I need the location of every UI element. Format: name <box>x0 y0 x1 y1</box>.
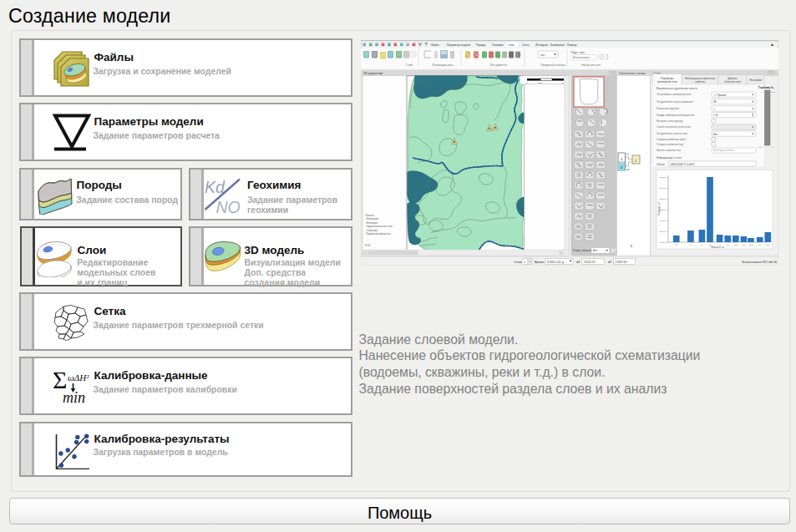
svg-text:Использовано 852 mb 30: Использовано 852 mb 30 <box>742 261 777 264</box>
svg-text:?: ? <box>425 42 428 47</box>
svg-text:Помощь: Помощь <box>567 43 577 47</box>
svg-text:- Фильтрация: - Фильтрация <box>365 217 379 220</box>
svg-text:dY: dY <box>608 261 612 264</box>
svg-text:3D модель: 3D модель <box>535 43 549 47</box>
svg-text:1308C0184.71 D=B^3: 1308C0184.71 D=B^3 <box>670 163 695 166</box>
svg-text:Слои: Слои <box>515 261 522 264</box>
svg-text:Предмет(ы) выбора: Предмет(ы) выбора <box>540 63 565 67</box>
svg-text:Геохимия: Геохимия <box>492 43 504 47</box>
svg-text:Объем: Объем <box>657 163 665 166</box>
svg-text:0.0E+00: 0.0E+00 <box>659 241 667 244</box>
svg-text:1.2E+08: 1.2E+08 <box>659 176 667 179</box>
svg-text:Коэфф. геометрической прогресс: Коэфф. геометрической прогрессии <box>657 114 695 117</box>
svg-text:Количество подслоев: Количество подслоев <box>657 107 680 110</box>
svg-text:Enter layer text here: Enter layer text here <box>713 149 735 152</box>
svg-text:Θ Φ: Θ Φ <box>365 244 371 247</box>
svg-text:1.1: 1.1 <box>772 146 775 149</box>
svg-text:?: ? <box>529 261 530 264</box>
svg-text:Отобр. объекты: Отобр. объекты <box>573 249 593 252</box>
svg-text:☷ Призма: ☷ Призма <box>714 94 726 97</box>
svg-text:Плавающие окна: Плавающие окна <box>432 63 454 67</box>
svg-text:4.0E+07: 4.0E+07 <box>659 220 667 222</box>
svg-text:ωΔH²: ωΔH² <box>68 372 89 383</box>
svg-text:трехмерной сетки: трехмерной сетки <box>657 80 677 84</box>
svg-text:17525.19: 17525.19 <box>584 261 596 264</box>
svg-text:0 8451.141 д: 0 8451.141 д <box>547 261 564 264</box>
svg-text:Настроить сетку вручную: Настроить сетку вручную <box>657 119 683 123</box>
svg-text:- Слой (вма): - Слой (вма) <box>365 229 378 232</box>
svg-text:Управление слоями: Управление слоями <box>619 72 646 75</box>
svg-text:Краткое название слоя: Краткое название слоя <box>657 149 681 152</box>
svg-text:- Радиоактивный участок: - Радиоактивный участок <box>365 232 391 236</box>
svg-text:1.0E+08: 1.0E+08 <box>659 187 667 190</box>
svg-text:120: 120 <box>772 91 776 94</box>
svg-text:1: 1 <box>524 261 525 264</box>
svg-text:Тип разбивки в трехмерной сетк: Тип разбивки в трехмерной сетке <box>657 93 692 96</box>
svg-text:Объекты: Объекты <box>365 214 374 217</box>
svg-text:- Метизация: - Метизация <box>365 221 378 225</box>
svg-text:1.03: 1.03 <box>758 146 763 149</box>
svg-text:Слои: Слои <box>508 43 515 47</box>
svg-text:- Гидрогеологическая схем.: - Гидрогеологическая схем. <box>365 225 393 228</box>
svg-text:Сетка: Сетка <box>522 43 530 47</box>
svg-text:Набор пол. пол.: Набор пол. пол. <box>581 63 601 67</box>
svg-text:свойства: свойства <box>695 80 705 84</box>
svg-text:КЕ: КЕ <box>713 100 717 104</box>
svg-text:мм: мм <box>626 169 630 171</box>
svg-text:Инструменты: Инструменты <box>490 63 508 67</box>
svg-text:нет: нет <box>540 53 545 57</box>
svg-text:V: V <box>418 42 422 47</box>
svg-text:Способ построения сетки в слое: Способ построения сетки в слое <box>657 125 691 129</box>
svg-text:Тип дробления сетки по слою: Тип дробления сетки по слою <box>657 132 687 135</box>
svg-text:Использовать: Использовать <box>573 56 591 59</box>
svg-text:Перс. пол.: Перс. пол. <box>571 51 585 54</box>
svg-text:▲: ▲ <box>770 42 774 47</box>
svg-text:Вертикальное дробление пласта: Вертикальное дробление пласта <box>657 87 697 90</box>
svg-text:Глубина, h₀: Глубина, h₀ <box>758 86 774 89</box>
svg-text:Нет: Нет <box>713 133 718 136</box>
svg-text:Настройки: Настройки <box>749 79 762 82</box>
svg-text:Параметры модели: Параметры модели <box>447 43 470 47</box>
svg-text:2.0E+07: 2.0E+07 <box>659 231 667 233</box>
svg-text:dX: dX <box>576 261 581 264</box>
svg-text:Файлы: Файлы <box>431 43 440 47</box>
svg-text:Информация о слое: Информация о слое <box>657 156 682 160</box>
svg-text:1,05: 1,05 <box>713 114 718 117</box>
svg-text:Площадь, м2: Площадь, м2 <box>657 201 661 215</box>
svg-text:Породы: Породы <box>476 43 486 47</box>
svg-text:min: min <box>63 389 85 405</box>
svg-text:Создавать разбиение (верт): Создавать разбиение (верт) <box>657 138 686 141</box>
svg-text:Тип дробления сетки по вертика: Тип дробления сетки по вертикали <box>657 100 693 104</box>
svg-text:Мощность, м: Мощность, м <box>711 246 724 249</box>
svg-text:2000: 2000 <box>538 82 543 84</box>
svg-text:Калибровка: Калибровка <box>550 43 565 47</box>
svg-text:Слой: Слой <box>406 63 413 67</box>
svg-text:NO: NO <box>216 198 241 215</box>
svg-text:Время: Время <box>535 261 544 264</box>
svg-text:объектов слоя: объектов слоя <box>724 80 741 84</box>
svg-text:17057.69: 17057.69 <box>616 261 627 264</box>
svg-text:Отладить разбиение (гор): Отладить разбиение (гор) <box>657 143 683 146</box>
svg-text:2D редактор: 2D редактор <box>363 71 383 75</box>
svg-text:Все: Все <box>593 249 598 252</box>
svg-text:8.0E+07: 8.0E+07 <box>659 198 667 200</box>
